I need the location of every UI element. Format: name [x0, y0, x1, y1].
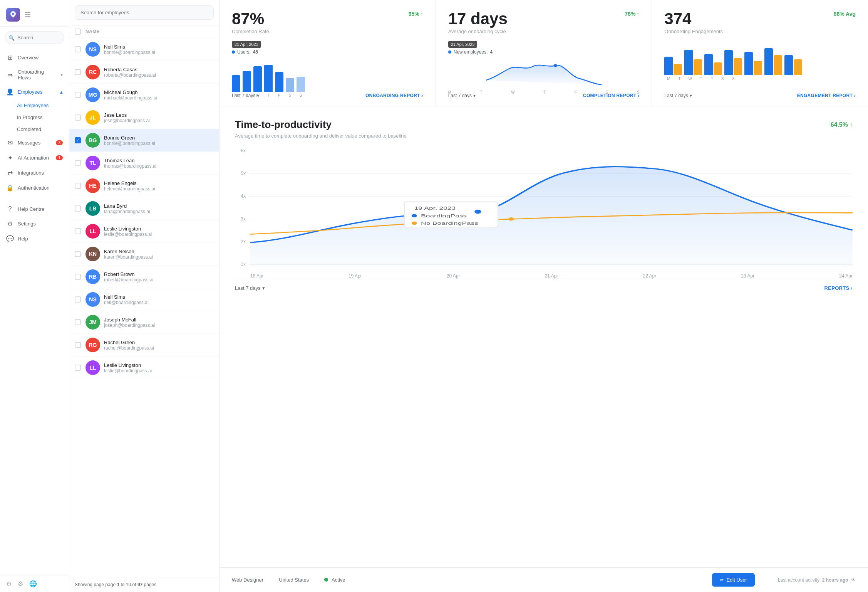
- employee-info-1: Roberta Casas roberta@boardingpass.ai: [104, 67, 156, 78]
- bar-orange-5: [774, 55, 782, 75]
- employee-row[interactable]: TL Thomas Lean thomas@boardingpass.ai: [69, 152, 219, 175]
- employee-row[interactable]: MG Micheal Gough michael@boardingpass.ai: [69, 84, 219, 106]
- ttp-period-selector[interactable]: Last 7 days ▾: [235, 285, 265, 291]
- employee-checkbox-14[interactable]: [75, 365, 81, 371]
- footer-globe-icon[interactable]: 🌐: [29, 580, 37, 587]
- hamburger-icon[interactable]: ☰: [25, 10, 31, 19]
- employee-checkbox-5[interactable]: [75, 160, 81, 166]
- search-bar: 🔍: [5, 31, 64, 44]
- sidebar-item-settings[interactable]: ⚙ Settings: [0, 216, 69, 231]
- employee-checkbox-2[interactable]: [75, 92, 81, 98]
- employee-row[interactable]: LL Leslie Livingston leslie@boardingpass…: [69, 220, 219, 243]
- sidebar-header: ☰: [0, 0, 69, 27]
- bar-label: T: [264, 93, 273, 98]
- bar-chart-3: [664, 44, 856, 75]
- employee-email-10: robert@boardingpass.ai: [104, 277, 153, 283]
- footer-gear-icon[interactable]: ⚙: [18, 580, 23, 587]
- edit-user-button[interactable]: ✏ Edit User: [712, 573, 754, 587]
- employee-checkbox-8[interactable]: [75, 228, 81, 234]
- employee-checkbox-13[interactable]: [75, 342, 81, 348]
- sidebar-item-help-centre[interactable]: ? Help Centre: [0, 202, 69, 216]
- ttp-footer: Last 7 days ▾ REPORTS ›: [235, 285, 853, 291]
- onboarding-flows-icon: ⇒: [6, 71, 14, 79]
- sidebar-item-employees[interactable]: 👤 Employees ▴: [0, 84, 69, 99]
- ttp-reports-link[interactable]: REPORTS ›: [824, 285, 853, 291]
- legend-new-employees: New employees:: [454, 49, 488, 55]
- employee-row[interactable]: LB Lana Byrd lana@boardingpass.ai: [69, 197, 219, 220]
- sidebar-item-help[interactable]: 💬 Help: [0, 231, 69, 246]
- employee-row[interactable]: JL Jese Leos jese@boardingpass.ai: [69, 106, 219, 129]
- employee-row[interactable]: NS Neil Sims bonnie@boardingpass.ai: [69, 38, 219, 61]
- main-content: 87% 95% ↑ Completion Rate 21 Apr, 2023 U…: [220, 0, 868, 592]
- svg-text:No BoardingPass: No BoardingPass: [421, 221, 478, 226]
- check-col: [75, 228, 85, 234]
- employee-row[interactable]: ✓ BG Bonnie Green bonnie@boardingpass.ai: [69, 129, 219, 152]
- edit-icon: ✏: [720, 577, 724, 583]
- employee-checkbox-10[interactable]: [75, 274, 81, 280]
- footer-sliders-icon[interactable]: ⚙: [6, 580, 12, 587]
- engagements-value: 374: [664, 11, 691, 27]
- stat-card-completion: 87% 95% ↑ Completion Rate 21 Apr, 2023 U…: [220, 0, 436, 106]
- sidebar-item-ai-automation[interactable]: ✦ AI Automation 1: [0, 150, 69, 165]
- check-col: [75, 183, 85, 189]
- check-col: [75, 319, 85, 325]
- sidebar-item-all-employees[interactable]: All Employees: [0, 99, 69, 111]
- bar-labels-3: MTWTFSS: [664, 77, 856, 81]
- employee-row[interactable]: RC Roberta Casas roberta@boardingpass.ai: [69, 61, 219, 84]
- ttp-section: Time-to-productivity 64.5% ↑ Average tim…: [220, 106, 868, 567]
- legend-new-employees-value: 4: [490, 49, 493, 55]
- employee-row[interactable]: HE Helene Engels helene@boardingpass.ai: [69, 175, 219, 197]
- bar-orange-1: [694, 59, 702, 75]
- engagement-report-link[interactable]: ENGAGEMENT REPORT ›: [797, 93, 856, 98]
- sidebar-item-label-overview: Overview: [18, 55, 39, 61]
- check-col: [75, 160, 85, 166]
- employee-row[interactable]: LL Leslie Livingston leslie@boardingpass…: [69, 357, 219, 379]
- sidebar-item-completed[interactable]: Completed: [0, 123, 69, 135]
- employee-checkbox-0[interactable]: [75, 46, 81, 52]
- employee-row[interactable]: RB Robert Brown robert@boardingpass.ai: [69, 266, 219, 288]
- sidebar-item-messages[interactable]: ✉ Messages 3: [0, 135, 69, 150]
- bar-label-3: S: [718, 77, 727, 81]
- employee-email-7: lana@boardingpass.ai: [104, 209, 150, 214]
- bar-group-5: [764, 48, 782, 75]
- employee-checkbox-7[interactable]: [75, 205, 81, 212]
- employee-info-2: Micheal Gough michael@boardingpass.ai: [104, 89, 157, 101]
- employee-checkbox-11[interactable]: [75, 296, 81, 303]
- status-dot: [324, 578, 328, 582]
- employee-name-0: Neil Sims: [104, 44, 155, 50]
- onboarding-chart: 21 Apr, 2023 New employees: 4: [448, 40, 640, 87]
- sidebar-item-overview[interactable]: ⊞ Overview: [0, 50, 69, 65]
- employee-checkbox-3[interactable]: [75, 114, 81, 121]
- employee-checkbox-1[interactable]: [75, 69, 81, 75]
- employee-info-14: Leslie Livingston leslie@boardingpass.ai: [104, 362, 152, 373]
- select-all-checkbox[interactable]: [75, 29, 81, 35]
- employee-search-input[interactable]: [75, 5, 214, 20]
- svg-point-0: [12, 13, 14, 15]
- employee-row[interactable]: NS Neil Sims neil@boardingpass.ai: [69, 288, 219, 311]
- sidebar-item-authentication[interactable]: 🔒 Authentication: [0, 180, 69, 195]
- sidebar-item-in-progress[interactable]: In Progress: [0, 111, 69, 123]
- employee-list: NS Neil Sims bonnie@boardingpass.ai RC R…: [69, 38, 219, 577]
- bar-blue-6: [784, 55, 793, 75]
- last-activity-text: Last account activity: 2 hours ago 👁: [778, 577, 856, 583]
- employee-email-5: thomas@boardingpass.ai: [104, 163, 156, 169]
- chart-period-3[interactable]: Last 7 days ▾: [664, 93, 692, 98]
- logo-icon: [6, 8, 20, 22]
- employee-row[interactable]: KN Karen Nelson karen@boardingpass.ai: [69, 243, 219, 266]
- employee-row[interactable]: JM Joseph McFall joseph@boardingpass.ai: [69, 311, 219, 334]
- ttp-trend: 64.5% ↑: [831, 121, 853, 128]
- employee-search: [69, 0, 219, 25]
- svg-point-4: [412, 214, 417, 218]
- employee-checkbox-4[interactable]: ✓: [75, 137, 81, 143]
- avatar-12: JM: [85, 315, 100, 330]
- employee-row[interactable]: RG Rachel Green rachel@boardingpass.ai: [69, 334, 219, 357]
- employee-info-7: Lana Byrd lana@boardingpass.ai: [104, 203, 150, 214]
- sidebar-item-integrations[interactable]: ⇄ Integrations: [0, 165, 69, 180]
- sidebar-item-onboarding-flows[interactable]: ⇒ Onboarding Flows ▾: [0, 65, 69, 84]
- bar-3: [264, 65, 273, 92]
- employee-checkbox-12[interactable]: [75, 319, 81, 325]
- employee-checkbox-9[interactable]: [75, 251, 81, 257]
- employee-checkbox-6[interactable]: [75, 183, 81, 189]
- completion-rate-chart: 21 Apr, 2023 Users: 45 MTWTFSS: [232, 40, 423, 87]
- bar-orange-6: [794, 59, 802, 75]
